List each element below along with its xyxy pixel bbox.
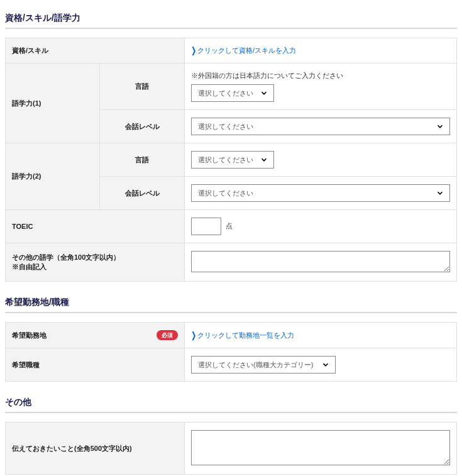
cell-message [185,423,457,475]
input-toeic-score[interactable] [191,218,221,235]
section-title-workplace: 希望勤務地/職種 [5,294,457,313]
cell-lang1-language: ※外国籍の方は日本語力についてご入力ください 選択してください [185,64,457,110]
select-lang2-level[interactable]: 選択してください [191,184,450,202]
note-foreign-nationality: ※外国籍の方は日本語力についてご入力ください [191,71,450,80]
cell-lang1-level: 選択してください [185,110,457,143]
cell-desired-jobtype: 選択してください(職種大カテゴリー) [185,348,457,382]
select-lang1-level[interactable]: 選択してください [191,118,450,135]
chevron-down-icon [260,155,268,164]
other-table: 伝えておきたいこと(全角500文字以内) [5,422,457,475]
required-badge: 必須 [157,330,178,340]
link-enter-qualifications[interactable]: ❯クリックして資格/スキルを入力 [191,47,296,54]
cell-lang2-language: 選択してください [185,143,457,177]
unit-toeic: 点 [226,222,233,230]
chevron-down-icon [260,89,268,97]
link-enter-location-text: クリックして勤務地一覧を入力 [197,331,294,339]
chevron-down-icon [436,189,444,197]
label-message: 伝えておきたいこと(全角500文字以内) [6,423,185,475]
label-lang1-level: 会話レベル [100,110,185,143]
select-desired-jobtype[interactable]: 選択してください(職種大カテゴリー) [191,356,336,374]
label-lang1: 語学力(1) [6,64,100,143]
cell-desired-location: ❯クリックして勤務地一覧を入力 [185,323,457,348]
skills-table: 資格/スキル ❯クリックして資格/スキルを入力 語学力(1) 言語 ※外国籍の方… [5,38,457,282]
select-lang2-level-text: 選択してください [198,189,253,197]
textarea-message[interactable] [191,430,450,465]
label-other-language: その他の語学（全角100文字以内） ※自由記入 [6,243,185,282]
select-lang2-language[interactable]: 選択してください [191,151,274,169]
label-lang2-language: 言語 [100,143,185,177]
label-desired-location: 希望勤務地 必須 [6,323,185,348]
label-desired-jobtype: 希望職種 [6,348,185,382]
chevron-down-icon [436,122,444,131]
link-enter-location[interactable]: ❯クリックして勤務地一覧を入力 [191,331,294,339]
label-lang1-language: 言語 [100,64,185,110]
caret-icon: ❯ [191,330,196,340]
cell-other-language [185,243,457,282]
label-qualifications: 資格/スキル [6,38,185,64]
section-title-skills: 資格/スキル/語学力 [5,10,457,29]
cell-lang2-level: 選択してください [185,177,457,210]
select-lang2-language-text: 選択してください [198,156,253,163]
workplace-table: 希望勤務地 必須 ❯クリックして勤務地一覧を入力 希望職種 選択してください(職… [5,322,457,382]
label-lang2: 語学力(2) [6,143,100,210]
select-lang1-level-text: 選択してください [198,123,253,130]
link-enter-qualifications-text: クリックして資格/スキルを入力 [197,47,296,54]
label-desired-location-text: 希望勤務地 [12,331,47,340]
select-lang1-language-text: 選択してください [198,89,253,97]
chevron-down-icon [321,360,330,369]
label-lang2-level: 会話レベル [100,177,185,210]
cell-toeic: 点 [185,210,457,243]
caret-icon: ❯ [191,46,196,55]
select-desired-jobtype-text: 選択してください(職種大カテゴリー) [198,361,313,368]
textarea-other-language[interactable] [191,251,450,272]
cell-qualifications-input: ❯クリックして資格/スキルを入力 [185,38,457,64]
section-title-other: その他 [5,394,457,413]
select-lang1-language[interactable]: 選択してください [191,84,274,102]
label-toeic: TOEIC [6,210,185,243]
